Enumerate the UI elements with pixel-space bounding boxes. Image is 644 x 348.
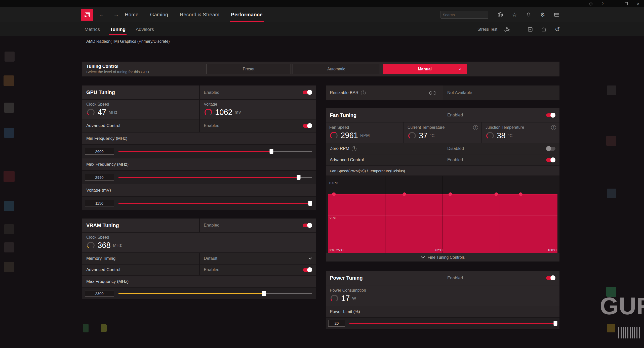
resizable-bar-help-icon[interactable]: ? bbox=[361, 91, 366, 95]
nav-menu: Home Gaming Record & Stream Performance bbox=[123, 7, 265, 22]
clock-speed-unit: MHz bbox=[108, 110, 117, 115]
fan-advanced-control-toggle[interactable] bbox=[546, 158, 555, 162]
back-button[interactable]: ← bbox=[96, 7, 106, 22]
vram-tuning-panel: VRAM Tuning Enabled Clock Speed 368 MHz … bbox=[82, 219, 316, 299]
slider-thumb[interactable] bbox=[297, 175, 301, 180]
slider-thumb[interactable] bbox=[308, 201, 312, 206]
toggle-knob bbox=[307, 223, 312, 228]
nav-item-performance[interactable]: Performance bbox=[229, 7, 265, 22]
fan-advanced-control-row: Advanced Control Enabled bbox=[326, 154, 559, 165]
tab-advisors[interactable]: Advisors bbox=[134, 22, 155, 36]
web-browser-button[interactable] bbox=[497, 11, 504, 19]
export-profile-button[interactable] bbox=[540, 26, 548, 33]
power-limit-label-row: Power Limit (%) bbox=[326, 306, 559, 317]
search-input[interactable] bbox=[443, 13, 493, 17]
nav-item-gaming[interactable]: Gaming bbox=[148, 7, 170, 22]
nav-item-home[interactable]: Home bbox=[123, 7, 141, 22]
resizable-bar-label: Resizable BAR bbox=[330, 90, 358, 95]
power-tuning-header: Power Tuning Enabled bbox=[326, 271, 559, 285]
vram-advanced-control-label: Advanced Control bbox=[86, 267, 120, 272]
gpu-tuning-panel: GPU Tuning Enabled Clock Speed 47 MHz Vo… bbox=[82, 85, 316, 210]
nav-item-record-stream[interactable]: Record & Stream bbox=[178, 7, 221, 22]
close-button[interactable]: ✕ bbox=[632, 0, 644, 7]
slider-thumb[interactable] bbox=[554, 321, 557, 326]
fan-tuning-toggle[interactable] bbox=[546, 113, 555, 117]
vram-tuning-toggle[interactable] bbox=[303, 224, 312, 227]
gpu-advanced-control-toggle[interactable] bbox=[303, 124, 312, 128]
tuning-option-preset[interactable]: Preset bbox=[206, 64, 291, 74]
current-temperature-gauge-icon bbox=[408, 131, 417, 140]
slider-thumb[interactable] bbox=[270, 149, 273, 154]
amd-logo[interactable] bbox=[81, 9, 93, 21]
share-icon bbox=[541, 27, 547, 32]
tuning-profile-button[interactable] bbox=[527, 26, 534, 33]
molecule-icon bbox=[504, 27, 510, 32]
power-limit-slider-row bbox=[326, 317, 559, 329]
subnav-actions: Stress Test bbox=[477, 22, 561, 36]
vram-advanced-control-toggle[interactable] bbox=[303, 268, 312, 272]
stress-test-button[interactable] bbox=[503, 26, 511, 33]
current-temperature-help-icon[interactable]: ? bbox=[473, 125, 478, 130]
desktop-icon bbox=[4, 201, 14, 211]
gpu-tuning-toggle[interactable] bbox=[303, 91, 312, 94]
notifications-button[interactable] bbox=[525, 11, 532, 19]
vram-tuning-title: VRAM Tuning bbox=[86, 223, 119, 228]
fan-speed-label: Fan Speed bbox=[329, 125, 400, 130]
voltage-gauge-icon bbox=[204, 108, 213, 117]
memory-timing-dropdown[interactable]: Default bbox=[199, 253, 316, 264]
tuning-option-manual[interactable]: Manual ✓ bbox=[383, 64, 467, 74]
minimize-icon: — bbox=[613, 2, 616, 6]
minimize-button[interactable]: — bbox=[609, 0, 620, 7]
bell-icon bbox=[526, 12, 531, 18]
settings-button[interactable]: ⚙ bbox=[539, 11, 546, 19]
amd-arrow-icon bbox=[83, 11, 91, 19]
bug-icon bbox=[589, 2, 593, 6]
tuning-option-automatic[interactable]: Automatic bbox=[293, 64, 380, 74]
tab-metrics[interactable]: Metrics bbox=[83, 22, 101, 36]
maximize-icon bbox=[625, 2, 628, 5]
x-axis-max-label: 100°C bbox=[548, 248, 557, 252]
power-limit-input[interactable] bbox=[328, 320, 345, 327]
gpu-stats-row: Clock Speed 47 MHz Voltage 1062 mV bbox=[82, 99, 316, 119]
min-frequency-input[interactable] bbox=[85, 148, 114, 155]
power-tuning-toggle[interactable] bbox=[546, 276, 555, 280]
report-bug-button[interactable] bbox=[585, 0, 597, 7]
max-frequency-slider-row bbox=[82, 170, 316, 184]
junction-temperature-help-icon[interactable]: ? bbox=[551, 125, 556, 130]
fine-tuning-controls-label: Fine Tuning Controls bbox=[428, 255, 465, 260]
slider-track bbox=[118, 177, 312, 178]
vram-clock-value: 368 bbox=[98, 241, 111, 250]
toggle-knob bbox=[307, 90, 312, 95]
voltage-slider[interactable] bbox=[118, 200, 312, 206]
fan-tuning-title: Fan Tuning bbox=[330, 112, 356, 118]
slider-fill bbox=[118, 177, 299, 178]
slider-track bbox=[349, 323, 555, 324]
voltage-input[interactable] bbox=[85, 200, 114, 206]
fan-curve-chart[interactable]: 100 % 50 % 0 %, 25°C 62°C 100°C bbox=[328, 176, 557, 253]
vram-max-frequency-slider[interactable] bbox=[118, 291, 312, 296]
vram-clock-speed-label: Clock Speed bbox=[86, 235, 195, 240]
forward-button[interactable]: → bbox=[111, 7, 121, 22]
desktop-icon bbox=[607, 324, 615, 332]
voltage-slider-row bbox=[82, 196, 316, 210]
zero-rpm-toggle[interactable] bbox=[546, 147, 555, 151]
maximize-button[interactable] bbox=[620, 0, 632, 7]
help-button[interactable]: ? bbox=[597, 0, 609, 7]
tab-tuning[interactable]: Tuning bbox=[108, 22, 127, 36]
desktop-icon bbox=[4, 171, 15, 182]
search-box[interactable] bbox=[440, 11, 488, 19]
power-limit-slider[interactable] bbox=[349, 321, 555, 326]
fan-tuning-header: Fan Tuning Enabled bbox=[326, 108, 559, 122]
slider-thumb[interactable] bbox=[262, 291, 266, 296]
resizable-bar-panel: Resizable BAR ? Not Available bbox=[326, 85, 559, 100]
min-frequency-slider[interactable] bbox=[118, 149, 312, 154]
reset-button[interactable]: ↺ bbox=[554, 26, 561, 33]
fine-tuning-controls-button[interactable]: Fine Tuning Controls bbox=[326, 253, 559, 262]
slider-fill bbox=[349, 323, 555, 324]
favorites-button[interactable]: ☆ bbox=[511, 11, 518, 19]
max-frequency-input[interactable] bbox=[85, 174, 114, 181]
zero-rpm-help-icon[interactable]: ? bbox=[352, 146, 356, 151]
banner-button[interactable] bbox=[553, 11, 560, 19]
max-frequency-slider[interactable] bbox=[118, 175, 312, 180]
vram-max-frequency-input[interactable] bbox=[85, 290, 114, 297]
